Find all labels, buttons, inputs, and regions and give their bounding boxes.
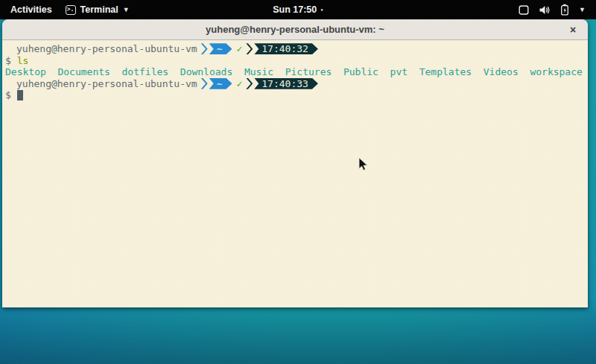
prompt-line: yuheng@henry-personal-ubuntu-vm ~ ✓ 17:4… [5, 43, 588, 55]
panel-left: Activities >. Terminal ▼ [0, 4, 130, 15]
battery-charging-icon [560, 4, 569, 16]
screen-icon [519, 4, 529, 16]
powerline-chevron-icon [246, 43, 253, 54]
powerline-chevron-icon [246, 78, 253, 89]
prompt-time-segment: 17:40:33 [254, 78, 318, 89]
app-menu-label: Terminal [80, 4, 118, 15]
powerline-chevron-icon [201, 78, 208, 89]
prompt-path: ~ [217, 43, 223, 55]
system-status-area[interactable]: ▼ [519, 4, 596, 16]
terminal-icon: >. [66, 5, 76, 15]
command-line: $ ls [5, 55, 588, 67]
volume-icon [539, 4, 551, 16]
ls-output: Desktop Documents dotfiles Downloads Mus… [5, 66, 588, 78]
notification-dot: ● [320, 7, 323, 12]
prompt-user-host: yuheng@henry-personal-ubuntu-vm [16, 43, 197, 55]
terminal-content[interactable]: yuheng@henry-personal-ubuntu-vm ~ ✓ 17:4… [2, 40, 588, 307]
powerline-chevron-icon [201, 43, 208, 54]
text-cursor [17, 90, 23, 100]
status-check-icon: ✓ [236, 78, 242, 90]
input-line[interactable]: $ [5, 89, 588, 101]
chevron-down-icon: ▼ [123, 7, 130, 13]
chevron-down-icon: ▼ [579, 7, 586, 13]
prompt-path: ~ [217, 78, 223, 90]
close-button[interactable]: × [565, 19, 580, 40]
status-check-icon: ✓ [236, 43, 242, 55]
prompt-path-segment: ~ [209, 43, 232, 54]
spacer [11, 55, 17, 67]
prompt-symbol: $ [5, 55, 11, 67]
prompt-symbol: $ [5, 89, 11, 101]
terminal-window: yuheng@henry-personal-ubuntu-vm: ~ × yuh… [2, 19, 588, 307]
titlebar[interactable]: yuheng@henry-personal-ubuntu-vm: ~ × [2, 19, 588, 40]
app-menu[interactable]: >. Terminal ▼ [66, 4, 130, 15]
prompt-path-segment: ~ [209, 78, 232, 89]
window-title: yuheng@henry-personal-ubuntu-vm: ~ [206, 24, 384, 35]
prompt-time: 17:40:33 [261, 78, 308, 90]
clock-label: Sun 17:50 [273, 4, 317, 15]
prompt-user-host: yuheng@henry-personal-ubuntu-vm [16, 78, 197, 90]
spacer [11, 89, 17, 101]
prompt-time: 17:40:32 [261, 43, 308, 55]
prompt-line: yuheng@henry-personal-ubuntu-vm ~ ✓ 17:4… [5, 78, 588, 90]
prompt-time-segment: 17:40:32 [254, 43, 318, 54]
clock-button[interactable]: Sun 17:50 ● [273, 4, 323, 15]
command-text: ls [17, 55, 29, 67]
activities-button[interactable]: Activities [7, 4, 55, 15]
top-panel: Activities >. Terminal ▼ Sun 17:50 ● ▼ [0, 0, 596, 19]
